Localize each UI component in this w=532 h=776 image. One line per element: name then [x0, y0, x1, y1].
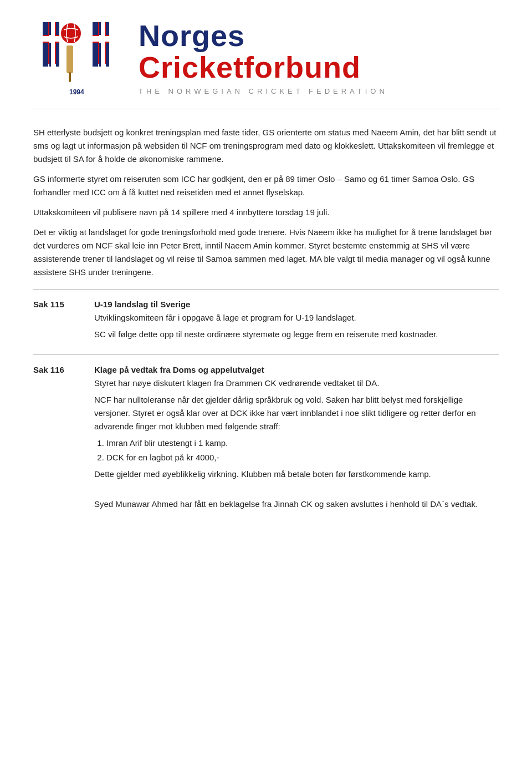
svg-rect-7: [49, 22, 51, 35]
sak-116-list-item-1: Imran Arif blir utestengt i 1 kamp.: [106, 437, 499, 450]
logo-subtitle: THE NORWEGIAN CRICKET FEDERATION: [139, 87, 388, 95]
svg-rect-17: [93, 43, 98, 67]
sak-115-body-2: SC vil følge dette opp til neste ordinær…: [94, 328, 499, 341]
svg-rect-8: [49, 43, 51, 67]
sak-115-title: U-19 landslag til Sverige: [94, 300, 499, 309]
sak-116-body-1: Styret har nøye diskutert klagen fra Dra…: [94, 377, 499, 390]
svg-point-9: [61, 23, 81, 43]
divider-1: [33, 289, 499, 290]
divider-2: [33, 354, 499, 355]
sak-116-body: Styret har nøye diskutert klagen fra Dra…: [94, 377, 499, 511]
svg-text:1994: 1994: [69, 88, 84, 96]
sak-116-list-item-2: DCK for en lagbot på kr 4000,-: [106, 451, 499, 464]
intro-paragraph-1: SH etterlyste budsjett og konkret trenin…: [33, 126, 499, 166]
svg-rect-18: [106, 43, 109, 67]
sak-115-body: Utviklingskomiteen får i oppgave å lage …: [94, 311, 499, 341]
logo-norges: Norges: [139, 20, 388, 52]
logo-forbund-text: forbund: [244, 50, 361, 84]
sak-116-body-4: Syed Munawar Ahmed har fått en beklagels…: [94, 498, 499, 511]
svg-rect-15: [93, 22, 98, 35]
intro-paragraph-3: Uttakskomiteen vil publisere navn på 14 …: [33, 206, 499, 219]
logo-right: Norges Cricketforbund THE NORWEGIAN CRIC…: [139, 20, 388, 95]
sak-115-content: U-19 landslag til Sverige Utviklingskomi…: [94, 300, 499, 344]
svg-rect-4: [56, 22, 59, 35]
svg-rect-19: [99, 22, 101, 35]
sak-116-content: Klage på vedtak fra Doms og appelutvalge…: [94, 365, 499, 514]
ncf-logo-svg: 1994: [33, 17, 119, 97]
sak-116-title: Klage på vedtak fra Doms og appelutvalge…: [94, 365, 499, 374]
logo-left: 1994: [33, 17, 122, 99]
svg-rect-11: [69, 72, 71, 82]
sak-116-list: Imran Arif blir utestengt i 1 kamp. DCK …: [106, 437, 499, 464]
sak-116-row: Sak 116 Klage på vedtak fra Doms og appe…: [33, 365, 499, 514]
sak-116-body-2: NCF har nulltoleranse når det gjelder då…: [94, 393, 499, 433]
svg-rect-16: [106, 22, 109, 35]
sak-116-body-3: Dette gjelder med øyeblikkelig virkning.…: [94, 468, 499, 481]
logo-cricketforbund: Cricketforbund: [139, 52, 388, 83]
intro-paragraph-2: GS informerte styret om reiseruten som I…: [33, 173, 499, 199]
sak-115-body-1: Utviklingskomiteen får i oppgave å lage …: [94, 311, 499, 324]
intro-section: SH etterlyste budsjett og konkret trenin…: [33, 126, 499, 279]
page: 1994 Norges Cricketforbund THE NORWEGIAN…: [0, 0, 532, 547]
sak-115-label: Sak 115: [33, 300, 94, 309]
sak-116-label: Sak 116: [33, 365, 94, 374]
svg-rect-20: [99, 43, 101, 67]
logo-cricket-text: Cricket: [139, 50, 244, 84]
header: 1994 Norges Cricketforbund THE NORWEGIAN…: [33, 17, 499, 109]
svg-rect-3: [43, 22, 48, 35]
svg-rect-10: [66, 45, 73, 73]
svg-rect-6: [56, 43, 59, 67]
sak-115-row: Sak 115 U-19 landslag til Sverige Utvikl…: [33, 300, 499, 344]
intro-paragraph-4: Det er viktig at landslaget for gode tre…: [33, 226, 499, 279]
svg-rect-5: [43, 43, 48, 67]
